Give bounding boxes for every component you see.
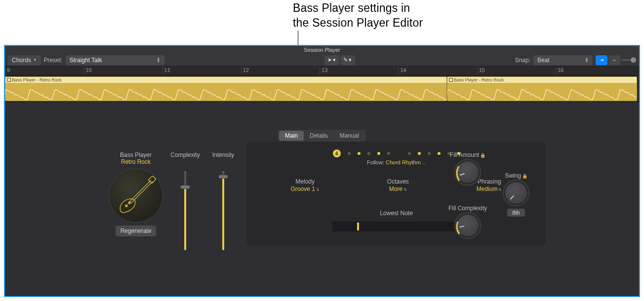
region-name: Bass Player - Retro Rock bbox=[454, 77, 504, 82]
octaves-label: Octaves bbox=[387, 178, 409, 185]
ruler-tick: 13 bbox=[320, 67, 320, 75]
ruler-tick-label: 13 bbox=[322, 67, 327, 73]
region-body bbox=[5, 83, 446, 101]
melody-param[interactable]: Melody Groove 1⇅ bbox=[290, 178, 319, 192]
editor-toolbar: Chords ▼ Preset: Straight Talk ▲▼ ➤ ▾ ✎ … bbox=[5, 54, 639, 67]
stepper-icon: ⇅ bbox=[316, 188, 320, 192]
tab-main[interactable]: Main bbox=[279, 131, 304, 141]
svg-point-5 bbox=[455, 159, 481, 185]
zoom-fit-selection-button[interactable]: ⇥ bbox=[596, 55, 607, 65]
swing-value[interactable]: 8th bbox=[507, 209, 524, 217]
svg-point-3 bbox=[125, 205, 127, 207]
bass-guitar-icon bbox=[115, 174, 157, 217]
pattern-dot[interactable] bbox=[358, 152, 361, 155]
loop-icon bbox=[7, 78, 11, 82]
caption-leader-line bbox=[298, 31, 298, 45]
fill-amount-knob-group: Fill Amount🔒 bbox=[445, 151, 490, 186]
tab-details[interactable]: Details bbox=[304, 131, 334, 141]
svg-line-1 bbox=[131, 182, 153, 203]
preset-select[interactable]: Straight Talk ▲▼ bbox=[66, 55, 164, 65]
fill-complexity-label: Fill Complexity bbox=[445, 205, 490, 212]
ruler-tick: 16 bbox=[556, 67, 556, 75]
zoom-slider-thumb[interactable] bbox=[631, 57, 636, 63]
chords-label: Chords bbox=[12, 57, 31, 64]
pattern-dot[interactable] bbox=[428, 152, 431, 155]
complexity-thumb[interactable] bbox=[180, 185, 190, 189]
intensity-thumb[interactable] bbox=[218, 175, 228, 179]
chevron-down-icon: ▼ bbox=[33, 58, 37, 62]
fill-amount-knob[interactable] bbox=[457, 161, 479, 183]
player-avatar[interactable] bbox=[109, 168, 163, 223]
ruler-tick-label: 16 bbox=[558, 67, 564, 73]
chevron-down-icon: ▾ bbox=[349, 57, 352, 63]
player-style[interactable]: Retro Rock bbox=[106, 158, 165, 165]
regenerate-button[interactable]: Regenerate bbox=[116, 226, 157, 236]
caption-line2: the Session Player Editor bbox=[293, 16, 423, 31]
midi-region[interactable]: Bass Player - Retro Rock bbox=[447, 76, 637, 101]
editor-tabs: Main Details Manual bbox=[278, 130, 366, 142]
stepper-icon: ⇅ bbox=[403, 188, 407, 192]
fill-complexity-knob[interactable] bbox=[457, 215, 479, 236]
lowest-note-slider[interactable] bbox=[332, 222, 461, 231]
ruler-tick-label: 11 bbox=[164, 67, 170, 73]
svg-point-4 bbox=[128, 202, 130, 204]
lock-icon[interactable]: 🔒 bbox=[522, 174, 527, 179]
pointer-icon: ➤ bbox=[327, 57, 332, 63]
complexity-slider[interactable]: Complexity bbox=[170, 151, 200, 250]
phrasing-value: Medium bbox=[477, 186, 498, 192]
swing-label: Swing bbox=[505, 172, 521, 179]
pattern-dot[interactable] bbox=[408, 152, 411, 155]
zoom-slider[interactable] bbox=[621, 55, 636, 65]
octaves-param[interactable]: Octaves More⇅ bbox=[387, 178, 409, 192]
region-header: Bass Player - Retro Rock bbox=[5, 77, 446, 83]
pattern-dot[interactable] bbox=[387, 152, 390, 155]
swing-knob[interactable] bbox=[505, 182, 527, 204]
loop-icon bbox=[449, 78, 453, 82]
lowest-note-mark[interactable] bbox=[357, 223, 359, 230]
pencil-tool[interactable]: ✎ ▾ bbox=[340, 55, 355, 65]
intensity-slider[interactable]: Intensity bbox=[208, 151, 238, 250]
pattern-dot[interactable] bbox=[438, 152, 441, 155]
preset-label: Preset: bbox=[44, 57, 63, 64]
zoom-zone: ⇥ ↔ bbox=[596, 55, 636, 65]
pointer-tool[interactable]: ➤ ▾ bbox=[324, 55, 339, 65]
ruler-tick: 12 bbox=[241, 67, 242, 75]
timeline-ruler[interactable]: 910111213141516 bbox=[5, 67, 639, 75]
fill-amount-label: Fill Amount bbox=[450, 151, 479, 158]
pattern-dot[interactable] bbox=[418, 152, 421, 155]
param-columns: Melody Groove 1⇅ Octaves More⇅ Phrasing … bbox=[257, 178, 536, 192]
region-body bbox=[447, 83, 637, 101]
snap-select[interactable]: Beat ▲▼ bbox=[533, 55, 593, 65]
pattern-dot[interactable] bbox=[367, 152, 370, 155]
ruler-tick: 15 bbox=[477, 67, 478, 75]
pattern-dot[interactable] bbox=[348, 152, 351, 155]
player-block: Bass Player Retro Rock Regenerate bbox=[106, 151, 165, 236]
player-type-label: Bass Player bbox=[106, 151, 165, 158]
ruler-tick: 11 bbox=[162, 67, 163, 75]
chevron-down-icon: ⌄ bbox=[422, 161, 426, 165]
annotation-caption: Bass Player settings in the Session Play… bbox=[293, 1, 423, 31]
tool-selector: ➤ ▾ ✎ ▾ bbox=[324, 55, 355, 65]
zoom-horizontal-button[interactable]: ↔ bbox=[608, 55, 620, 65]
track-region-area[interactable]: Bass Player - Retro RockBass Player - Re… bbox=[5, 75, 639, 102]
lock-icon[interactable]: 🔒 bbox=[480, 153, 485, 158]
follow-row[interactable]: Follow: Chord Rhythm ⌄ bbox=[247, 159, 546, 165]
tab-manual[interactable]: Manual bbox=[334, 131, 365, 141]
window-title: Session Player bbox=[5, 46, 639, 54]
fill-complexity-knob-group: Fill Complexity bbox=[445, 205, 490, 239]
chords-menu[interactable]: Chords ▼ bbox=[8, 55, 41, 65]
session-player-editor: Main Details Manual Bass Player Retro Ro… bbox=[5, 102, 639, 296]
region-name: Bass Player - Retro Rock bbox=[12, 77, 62, 82]
midi-region[interactable]: Bass Player - Retro Rock bbox=[5, 76, 447, 101]
stepper-icon: ▲▼ bbox=[585, 57, 589, 63]
session-player-window: Session Player Chords ▼ Preset: Straight… bbox=[4, 45, 640, 297]
stepper-icon: ▲▼ bbox=[157, 57, 161, 63]
ruler-tick: 14 bbox=[398, 67, 399, 75]
ruler-tick: 10 bbox=[83, 67, 84, 75]
pattern-dot[interactable] bbox=[377, 152, 380, 155]
caption-line1: Bass Player settings in bbox=[293, 1, 423, 16]
ruler-tick-label: 10 bbox=[85, 67, 91, 73]
octaves-value: More bbox=[389, 186, 402, 192]
follow-value: Chord Rhythm bbox=[386, 159, 421, 165]
ruler-tick: 9 bbox=[5, 67, 5, 75]
